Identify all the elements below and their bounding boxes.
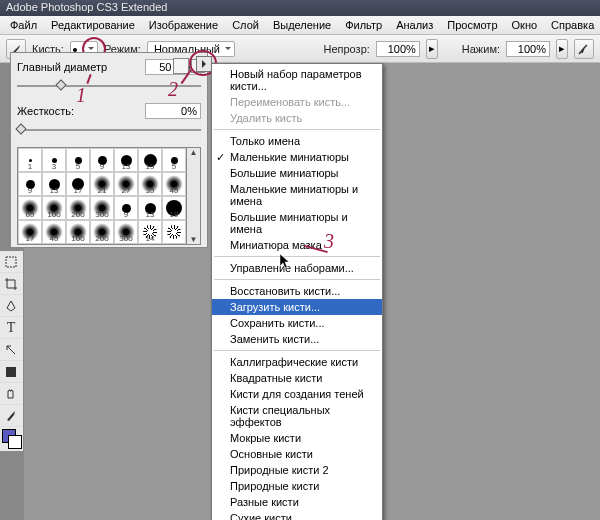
menu-item[interactable]: Миниатюра мазка xyxy=(212,237,382,253)
menu-edit[interactable]: Редактирование xyxy=(45,18,141,32)
brush-preset[interactable] xyxy=(162,220,186,244)
brush-flyout-menu: Новый набор параметров кисти...Переимено… xyxy=(211,63,383,520)
flow-label: Нажим: xyxy=(462,43,500,55)
menu-window[interactable]: Окно xyxy=(506,18,544,32)
hardness-label: Жесткость: xyxy=(17,105,74,117)
menu-item[interactable]: Большие миниатюры и имена xyxy=(212,209,382,237)
brush-preset[interactable]: 45 xyxy=(162,172,186,196)
menu-file[interactable]: Файл xyxy=(4,18,43,32)
menu-item[interactable]: Только имена xyxy=(212,133,382,149)
brush-preset[interactable]: 3 xyxy=(42,148,66,172)
menu-item[interactable]: Заменить кисти... xyxy=(212,331,382,347)
background-swatch[interactable] xyxy=(8,435,22,449)
brush-preset[interactable]: 300 xyxy=(114,220,138,244)
color-swatches[interactable] xyxy=(0,427,23,451)
brush-preset[interactable]: 17 xyxy=(18,220,42,244)
brush-grid: 1359131959131721273545651002003009131917… xyxy=(17,147,187,245)
brush-preset[interactable]: 200 xyxy=(90,220,114,244)
menu-item[interactable]: Восстановить кисти... xyxy=(212,283,382,299)
tool-shape[interactable] xyxy=(0,361,22,383)
brush-grid-scrollbar[interactable]: ▲ ▼ xyxy=(187,147,201,245)
menu-item[interactable]: Кисти для создания теней xyxy=(212,386,382,402)
menu-layer[interactable]: Слой xyxy=(226,18,265,32)
diameter-thumb[interactable] xyxy=(55,79,66,90)
menu-item[interactable]: Мокрые кисти xyxy=(212,430,382,446)
brush-preset[interactable]: 5 xyxy=(66,148,90,172)
scroll-up-icon[interactable]: ▲ xyxy=(190,148,198,157)
menu-item[interactable]: Разные кисти xyxy=(212,494,382,510)
menu-item[interactable]: Сохранить кисти... xyxy=(212,315,382,331)
tool-path[interactable] xyxy=(0,339,22,361)
menu-item[interactable]: Природные кисти xyxy=(212,478,382,494)
brush-preset[interactable]: 19 xyxy=(138,148,162,172)
diameter-label: Главный диаметр xyxy=(17,61,107,73)
menu-item[interactable]: Сухие кисти xyxy=(212,510,382,520)
brush-preset[interactable]: 21 xyxy=(90,172,114,196)
panel-new-icon[interactable] xyxy=(173,58,189,74)
menu-item[interactable]: Маленькие миниатюры и имена xyxy=(212,181,382,209)
menu-filter[interactable]: Фильтр xyxy=(339,18,388,32)
menu-analysis[interactable]: Анализ xyxy=(390,18,439,32)
menu-select[interactable]: Выделение xyxy=(267,18,337,32)
menu-item[interactable]: Маленькие миниатюры xyxy=(212,149,382,165)
tool-pen[interactable] xyxy=(0,295,22,317)
brush-preset[interactable]: 17 xyxy=(66,172,90,196)
svg-rect-0 xyxy=(6,257,16,267)
brush-preset[interactable]: 35 xyxy=(138,172,162,196)
brush-preset-panel: Главный диаметр 50 пикс Жесткость: 0% 13… xyxy=(10,52,208,248)
menu-item[interactable]: Природные кисти 2 xyxy=(212,462,382,478)
brush-preset[interactable]: 100 xyxy=(66,220,90,244)
brush-preset[interactable]: 45 xyxy=(42,220,66,244)
toolbox: T xyxy=(0,250,24,452)
brush-preset[interactable]: 27 xyxy=(114,172,138,196)
tool-brush[interactable] xyxy=(0,405,22,427)
brush-preset[interactable]: 65 xyxy=(18,196,42,220)
opacity-input[interactable]: 100% xyxy=(376,41,420,57)
brush-preset[interactable]: 5 xyxy=(162,148,186,172)
title-bar: Adobe Photoshop CS3 Extended xyxy=(0,0,600,16)
app-title: Adobe Photoshop CS3 Extended xyxy=(6,1,167,13)
menu-item[interactable]: Большие миниатюры xyxy=(212,165,382,181)
tool-marquee[interactable] xyxy=(0,251,22,273)
menu-help[interactable]: Справка xyxy=(545,18,600,32)
diameter-slider[interactable] xyxy=(17,79,201,93)
brush-preset[interactable]: 9 xyxy=(90,148,114,172)
brush-preset[interactable]: 300 xyxy=(90,196,114,220)
menu-bar: Файл Редактирование Изображение Слой Выд… xyxy=(0,16,600,35)
menu-item: Переименовать кисть... xyxy=(212,94,382,110)
flow-input[interactable]: 100% xyxy=(506,41,550,57)
brush-preset[interactable]: 13 xyxy=(114,148,138,172)
opacity-label: Непрозр: xyxy=(323,43,369,55)
flow-flyout-icon[interactable]: ▸ xyxy=(556,39,568,59)
brush-preset[interactable]: 9 xyxy=(114,196,138,220)
hardness-field[interactable]: 0% xyxy=(145,103,201,119)
hardness-thumb[interactable] xyxy=(15,123,26,134)
menu-item[interactable]: Новый набор параметров кисти... xyxy=(212,66,382,94)
svg-rect-1 xyxy=(6,367,16,377)
tool-type[interactable]: T xyxy=(0,317,22,339)
menu-image[interactable]: Изображение xyxy=(143,18,224,32)
brush-preset[interactable]: 13 xyxy=(138,196,162,220)
brush-dot-icon xyxy=(73,48,77,52)
brush-preset[interactable]: 19 xyxy=(162,196,186,220)
tool-hand[interactable] xyxy=(0,383,22,405)
menu-item[interactable]: Загрузить кисти... xyxy=(212,299,382,315)
menu-view[interactable]: Просмотр xyxy=(441,18,503,32)
opacity-flyout-icon[interactable]: ▸ xyxy=(426,39,438,59)
tool-crop[interactable] xyxy=(0,273,22,295)
menu-item[interactable]: Каллиграфические кисти xyxy=(212,354,382,370)
brush-preset[interactable]: 1 xyxy=(18,148,42,172)
brush-preset[interactable]: 13 xyxy=(42,172,66,196)
menu-item[interactable]: Кисти специальных эффектов xyxy=(212,402,382,430)
brush-preset[interactable]: 200 xyxy=(66,196,90,220)
menu-item[interactable]: Основные кисти xyxy=(212,446,382,462)
scroll-down-icon[interactable]: ▼ xyxy=(190,235,198,244)
hardness-slider[interactable] xyxy=(17,123,201,137)
brush-preset[interactable]: 100 xyxy=(42,196,66,220)
brush-preset[interactable]: 9 xyxy=(18,172,42,196)
airbrush-icon[interactable] xyxy=(574,39,594,59)
menu-item[interactable]: Управление наборами... xyxy=(212,260,382,276)
brush-preset[interactable]: 14 xyxy=(138,220,162,244)
menu-item[interactable]: Квадратные кисти xyxy=(212,370,382,386)
menu-item: Удалить кисть xyxy=(212,110,382,126)
